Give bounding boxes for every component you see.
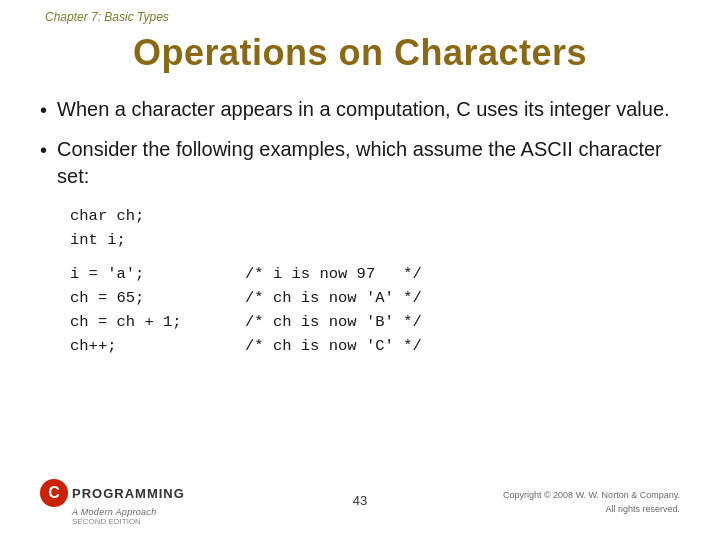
code-row-3: ch = ch + 1; /* ch is now 'B' */: [70, 310, 680, 334]
code-right-1: /* i is now 97 */: [245, 262, 422, 286]
code-left-2: ch = 65;: [70, 286, 245, 310]
code-block: char ch; int i; i = 'a'; /* i is now 97 …: [70, 204, 680, 358]
slide: Chapter 7: Basic Types Operations on Cha…: [0, 0, 720, 540]
footer: C PROGRAMMING A Modern Approach SECOND E…: [0, 479, 720, 526]
footer-logo: C PROGRAMMING A Modern Approach SECOND E…: [40, 479, 185, 526]
logo-edition: SECOND EDITION: [72, 517, 141, 526]
code-row-4: ch++; /* ch is now 'C' */: [70, 334, 680, 358]
code-line-int: int i;: [70, 228, 680, 252]
footer-page-number: 43: [353, 493, 367, 508]
code-row-1: i = 'a'; /* i is now 97 */: [70, 262, 680, 286]
code-left-3: ch = ch + 1;: [70, 310, 245, 334]
code-declarations: char ch; int i;: [70, 204, 680, 252]
logo-c-circle: C: [40, 479, 68, 507]
chapter-label: Chapter 7: Basic Types: [45, 10, 680, 24]
bullet-dot-1: •: [40, 97, 47, 124]
code-right-4: /* ch is now 'C' */: [245, 334, 422, 358]
bullet-item-2: • Consider the following examples, which…: [40, 136, 680, 190]
code-right-3: /* ch is now 'B' */: [245, 310, 422, 334]
bullet-section: • When a character appears in a computat…: [40, 96, 680, 190]
bullet-item-1: • When a character appears in a computat…: [40, 96, 680, 124]
logo-subtitle: A Modern Approach: [72, 507, 156, 517]
logo-programming-text: PROGRAMMING: [72, 486, 185, 501]
footer-copyright: Copyright © 2008 W. W. Norton & Company.…: [503, 489, 680, 516]
code-left-1: i = 'a';: [70, 262, 245, 286]
bullet-text-1: When a character appears in a computatio…: [57, 96, 680, 123]
bullet-dot-2: •: [40, 137, 47, 164]
code-row-2: ch = 65; /* ch is now 'A' */: [70, 286, 680, 310]
logo-top: C PROGRAMMING: [40, 479, 185, 507]
code-right-2: /* ch is now 'A' */: [245, 286, 422, 310]
code-line-char: char ch;: [70, 204, 680, 228]
slide-title: Operations on Characters: [40, 32, 680, 74]
bullet-text-2: Consider the following examples, which a…: [57, 136, 680, 190]
code-left-4: ch++;: [70, 334, 245, 358]
